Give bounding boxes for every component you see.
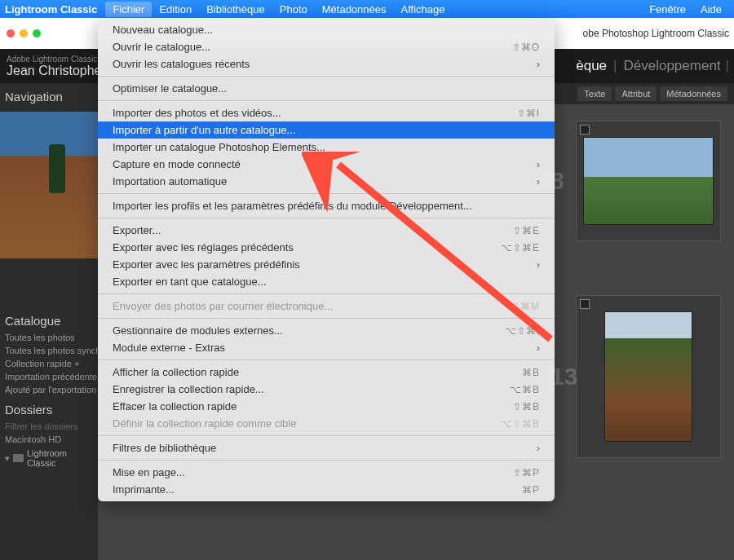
file-menu-dropdown[interactable]: Nouveau catalogue...Ouvrir le catalogue.… <box>98 18 555 501</box>
menu-item-label: Importation automatique <box>113 175 537 187</box>
menu-item-label: Exporter avec les réglages précédents <box>113 241 501 254</box>
menu-item-label: Imprimante... <box>113 483 522 496</box>
menu-item[interactable]: Ouvrir les catalogues récents› <box>98 55 555 73</box>
menu-item[interactable]: Importer les profils et les paramètres p… <box>98 197 555 214</box>
menu-item-label: Importer un catalogue Photoshop Elements… <box>113 141 540 153</box>
thumbnail[interactable] <box>583 137 714 225</box>
menu-item-label: Optimiser le catalogue... <box>113 82 540 95</box>
menu-item-label: Exporter... <box>113 224 513 236</box>
menu-item[interactable]: Mise en page...⇧⌘P <box>98 464 555 481</box>
catalogue-item[interactable]: Collection rapide + <box>0 357 98 370</box>
menu-item-label: Importer à partir d'un autre catalogue..… <box>113 124 540 136</box>
catalogue-item[interactable]: Ajouté par l'exportation <box>0 383 98 396</box>
menu-item[interactable]: Module externe - Extras› <box>98 339 555 356</box>
chevron-right-icon: › <box>537 442 540 454</box>
menu-shortcut: ⇧⌘O <box>512 42 540 53</box>
menu-item-label: Afficher la collection rapide <box>113 366 522 378</box>
menu-item[interactable]: Importer des photos et des vidéos...⇧⌘I <box>98 104 555 121</box>
menu-item[interactable]: Exporter avec les réglages précédents⌥⇧⌘… <box>98 239 555 256</box>
folder-icon <box>13 454 24 462</box>
chevron-right-icon: › <box>537 58 540 70</box>
chevron-right-icon: › <box>537 342 540 354</box>
module-develop[interactable]: Développement <box>624 58 721 74</box>
menu-item-label: Capture en mode connecté <box>113 158 537 170</box>
menu-shortcut: ⇧⌘B <box>513 401 540 412</box>
menu-item[interactable]: Imprimante...⌘P <box>98 481 555 498</box>
menu-fichier[interactable]: Fichier <box>105 2 152 17</box>
menu-fenêtre[interactable]: Fenêtre <box>642 2 693 17</box>
module-picker: èque | Développement | <box>576 49 734 83</box>
chevron-down-icon: ▾ <box>5 453 10 464</box>
volume[interactable]: Macintosh HD <box>0 433 98 446</box>
menu-item-label: Ouvrir le catalogue... <box>113 41 512 53</box>
chevron-right-icon: › <box>537 175 540 187</box>
menu-item[interactable]: Importer un catalogue Photoshop Elements… <box>98 139 555 156</box>
flag-icon[interactable] <box>580 299 590 309</box>
menu-item-label: Module externe - Extras <box>113 342 537 354</box>
navigator-preview[interactable] <box>0 112 98 258</box>
menu-bibliothèque[interactable]: Bibliothèque <box>199 2 272 17</box>
menu-item-label: Filtres de bibliothèque <box>113 442 537 454</box>
menu-item-label: Importer des photos et des vidéos... <box>113 107 517 119</box>
flag-icon[interactable] <box>580 125 590 134</box>
menu-shortcut: ⌥⇧⌘E <box>501 242 540 254</box>
menu-shortcut: ⌥⌘B <box>510 384 540 395</box>
menu-item[interactable]: Enregistrer la collection rapide...⌥⌘B <box>98 381 555 398</box>
menu-item-label: Envoyer des photos par courrier électron… <box>113 300 511 312</box>
catalogue-item[interactable]: Importation précédente <box>0 370 98 383</box>
menu-item[interactable]: Importation automatique› <box>98 173 555 190</box>
filter-metadata[interactable]: Métadonnées <box>660 86 727 101</box>
menu-item[interactable]: Exporter...⇧⌘E <box>98 222 555 239</box>
menu-edition[interactable]: Edition <box>152 2 199 17</box>
folder-row[interactable]: ▾ Lightroom Classic <box>0 446 98 470</box>
menu-item-label: Exporter avec les paramètres prédéfinis <box>113 258 537 271</box>
menu-item[interactable]: Exporter en tant que catalogue... <box>98 273 555 290</box>
minimize-window-icon[interactable] <box>20 29 28 37</box>
folder-filter[interactable]: Filtrer les dossiers <box>0 420 98 433</box>
menu-item-label: Ouvrir les catalogues récents <box>113 58 537 70</box>
menu-shortcut: ⌥⇧⌘, <box>505 325 540 337</box>
catalogue-item[interactable]: Toutes les photos <box>0 331 98 344</box>
menu-item-label: Définir la collection rapide comme cible <box>113 417 501 430</box>
filter-attribute[interactable]: Attribut <box>615 86 657 101</box>
menu-shortcut: ⌘P <box>522 484 540 496</box>
menu-item[interactable]: Gestionnaire de modules externes...⌥⇧⌘, <box>98 322 555 339</box>
menu-aide[interactable]: Aide <box>693 2 729 17</box>
library-filter-bar: Texte Attribut Métadonnées <box>577 83 734 104</box>
menu-photo[interactable]: Photo <box>272 2 315 17</box>
menu-shortcut: ⇧⌘E <box>513 225 540 236</box>
menu-item[interactable]: Afficher la collection rapide⌘B <box>98 364 555 381</box>
panel-catalogue[interactable]: Catalogue <box>0 307 98 331</box>
menu-shortcut: ⌥⇧⌘B <box>501 418 540 430</box>
left-panel: Navigation Catalogue Toutes les photos T… <box>0 83 98 560</box>
menu-item[interactable]: Optimiser le catalogue... <box>98 80 555 97</box>
menu-item-label: Importer les profils et les paramètres p… <box>113 200 540 212</box>
menu-item-label: Gestionnaire de modules externes... <box>113 324 505 337</box>
menu-item[interactable]: Ouvrir le catalogue...⇧⌘O <box>98 38 555 55</box>
module-library[interactable]: èque <box>576 58 607 74</box>
menu-shortcut: ⇧⌘P <box>513 467 540 478</box>
folder-name: Lightroom Classic <box>27 448 93 468</box>
macos-menubar: Lightroom Classic FichierEditionBiblioth… <box>0 0 734 18</box>
grid-cell[interactable]: 13 <box>576 295 721 458</box>
menu-métadonnées[interactable]: Métadonnées <box>315 2 394 17</box>
menu-shortcut: ⇧⌘M <box>511 301 540 312</box>
filter-text[interactable]: Texte <box>577 86 612 101</box>
zoom-window-icon[interactable] <box>33 29 41 37</box>
panel-dossiers[interactable]: Dossiers <box>0 396 98 420</box>
thumbnail[interactable] <box>604 311 692 442</box>
catalogue-item[interactable]: Toutes les photos synch <box>0 344 98 357</box>
menu-item[interactable]: Nouveau catalogue... <box>98 21 555 38</box>
menu-item[interactable]: Effacer la collection rapide⇧⌘B <box>98 398 555 415</box>
menu-item[interactable]: Exporter avec les paramètres prédéfinis› <box>98 256 555 273</box>
menu-item-label: Exporter en tant que catalogue... <box>113 276 540 288</box>
menu-item[interactable]: Filtres de bibliothèque› <box>98 439 555 456</box>
menu-item-label: Effacer la collection rapide <box>113 400 513 412</box>
menu-item[interactable]: Capture en mode connecté› <box>98 156 555 173</box>
grid-cell[interactable]: 8 <box>576 121 721 241</box>
menu-item[interactable]: Importer à partir d'un autre catalogue..… <box>98 121 555 139</box>
panel-navigation[interactable]: Navigation <box>0 83 98 107</box>
close-window-icon[interactable] <box>7 29 15 37</box>
menu-affichage[interactable]: Affichage <box>394 2 453 17</box>
menu-item-label: Nouveau catalogue... <box>113 24 540 36</box>
